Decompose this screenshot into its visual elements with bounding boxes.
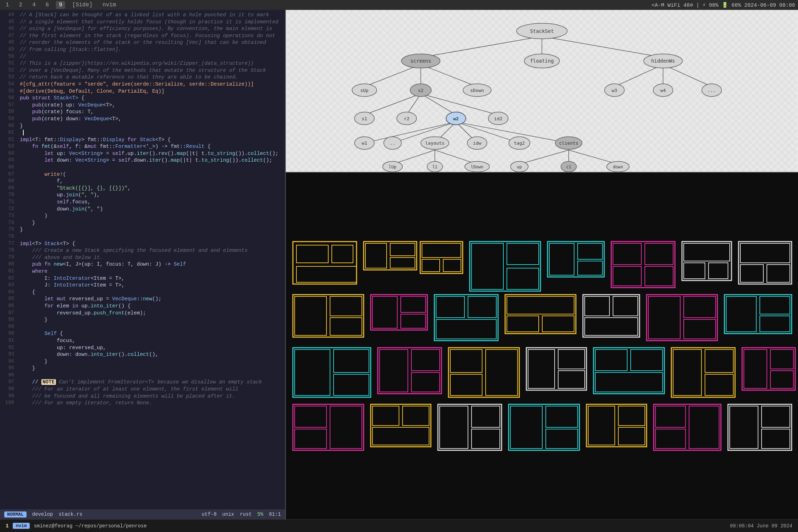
svg-text:up: up bbox=[517, 164, 522, 169]
tab-6[interactable]: 6 bbox=[43, 1, 52, 9]
code-line: // from calling [Stack::flatten]. bbox=[20, 46, 282, 53]
code-line: impl<T: fmt::Display> fmt::Display for S… bbox=[20, 136, 282, 143]
code-line: let down: Vec<String> = self.down.iter()… bbox=[20, 157, 282, 164]
svg-text:..: .. bbox=[390, 140, 395, 146]
code-line: pub struct Stack<T> { bbox=[20, 94, 282, 102]
svg-text:hiddenWs: hiddenWs bbox=[651, 58, 675, 64]
svg-text:sUp: sUp bbox=[360, 88, 369, 93]
svg-text:s1: s1 bbox=[362, 116, 367, 121]
code-line: up.join(", "), bbox=[20, 191, 282, 198]
status-left: NORMAL develop stack.rs bbox=[4, 511, 82, 517]
code-line: I: IntoIterator<Item = T>, bbox=[20, 275, 282, 282]
code-line: /// For an iterator of at least one elem… bbox=[20, 386, 282, 393]
tab-side[interactable]: [Side] bbox=[69, 1, 96, 9]
svg-text:w3: w3 bbox=[612, 88, 617, 93]
system-status: <A-M WiFi 48⊘ | ⚡ 98% 🔋 66% 2024-06-09 0… bbox=[652, 2, 795, 8]
svg-text:down: down bbox=[613, 164, 623, 169]
code-line: let up: Vec<String> = self.up.iter().rev… bbox=[20, 150, 282, 157]
code-line: /// For an empty iterator, return None. bbox=[20, 399, 282, 406]
workspace-number[interactable]: 1 bbox=[6, 523, 8, 529]
code-line: // a single element that currently holds… bbox=[20, 18, 282, 25]
system-info: <A-M WiFi 48⊘ | ⚡ 98% 🔋 66% 2024-06-09 0… bbox=[652, 2, 795, 8]
svg-text:sDown: sDown bbox=[470, 88, 484, 93]
code-line: Self { bbox=[20, 330, 282, 337]
code-line: pub fn new<I, J>(up: I, focus: T, down: … bbox=[20, 261, 282, 268]
code-line: // A [Stack] can be thought of as a link… bbox=[20, 11, 282, 18]
code-line: /// be focused and all remaining element… bbox=[20, 393, 282, 400]
code-line: impl<T> Stack<T> { bbox=[20, 240, 282, 247]
svg-text:tag2: tag2 bbox=[514, 140, 525, 146]
code-line: write!( bbox=[20, 171, 282, 178]
code-line: // This is a [zipper](https://en.wikiped… bbox=[20, 60, 282, 67]
code-line: { bbox=[20, 289, 282, 296]
code-line: pub(crate) down: VecDeque<T>, bbox=[20, 115, 282, 122]
code-line: // using a [VecDeque] for efficiency pur… bbox=[20, 25, 282, 32]
code-line bbox=[20, 323, 282, 330]
code-content: 4445464748 4950515253 5455565758 5960616… bbox=[0, 10, 285, 509]
code-line: } bbox=[20, 316, 282, 323]
editor-mode: NORMAL bbox=[4, 511, 27, 517]
svg-text:w2: w2 bbox=[453, 116, 459, 121]
svg-text:s2: s2 bbox=[418, 88, 424, 93]
code-line: focus, bbox=[20, 337, 282, 344]
code-line: } bbox=[20, 219, 282, 226]
tab-2[interactable]: 2 bbox=[16, 1, 25, 9]
code-line: pub(crate) up: VecDeque<T>, bbox=[20, 102, 282, 109]
svg-text:layouts: layouts bbox=[425, 140, 445, 146]
code-line: // reorder the elements of the stack or … bbox=[20, 39, 282, 46]
code-line: for elem in up.into_iter() { bbox=[20, 302, 282, 310]
code-line: down.join(", ") bbox=[20, 206, 282, 213]
code-line: ) bbox=[20, 212, 282, 219]
code-lines: // A [Stack] can be thought of as a link… bbox=[17, 10, 285, 509]
svg-text:w4: w4 bbox=[660, 88, 666, 93]
code-line: } bbox=[20, 358, 282, 365]
code-line: "Stack([{}], {}, [{}])", bbox=[20, 185, 282, 192]
line-ending: unix bbox=[222, 511, 234, 517]
code-line: f, bbox=[20, 178, 282, 185]
code-line: // return back a mutable reference so th… bbox=[20, 74, 282, 81]
code-line: reversed_up.push_front(elem); bbox=[20, 310, 282, 317]
taskbar: 1 nvim sminez@feorag ~/repos/personal/pe… bbox=[0, 519, 798, 532]
tab-nvim[interactable]: nvim bbox=[100, 1, 119, 9]
top-bar: 1 2 4 6 9 [Side] nvim <A-M WiFi 48⊘ | ⚡ … bbox=[0, 0, 798, 10]
tab-4[interactable]: 4 bbox=[29, 1, 39, 9]
status-right: utf-8 unix rust 5% 61:1 bbox=[202, 511, 281, 517]
tree-svg: StackSet screens floating hiddenWs sUp bbox=[286, 10, 798, 172]
svg-text:...: ... bbox=[707, 88, 716, 93]
code-line: // NOTE Can't implement FromIterator<T> … bbox=[20, 378, 282, 386]
main-area: 4445464748 4950515253 5455565758 5960616… bbox=[0, 10, 798, 519]
code-line: /// above and below it. bbox=[20, 254, 282, 261]
app-badge: nvim bbox=[13, 523, 29, 529]
cursor-position: 61:1 bbox=[269, 511, 281, 517]
code-line: // the first element in the stack (regar… bbox=[20, 32, 282, 39]
code-line bbox=[20, 233, 282, 240]
code-line: up: reversed_up, bbox=[20, 344, 282, 351]
tab-9[interactable]: 9 bbox=[56, 1, 65, 9]
tree-panel: StackSet screens floating hiddenWs sUp bbox=[286, 10, 798, 173]
tab-1[interactable]: 1 bbox=[3, 1, 12, 9]
code-line: } bbox=[20, 365, 282, 372]
code-line bbox=[20, 164, 282, 171]
svg-text:id2: id2 bbox=[494, 116, 502, 121]
svg-text:c1: c1 bbox=[566, 164, 571, 169]
clock: 08:06:04 bbox=[730, 523, 754, 529]
code-line: down: down.into_iter().collect(), bbox=[20, 351, 282, 358]
svg-text:clients: clients bbox=[559, 140, 578, 146]
code-line: pub(crate) focus: T, bbox=[20, 108, 282, 115]
file-type: rust bbox=[240, 511, 252, 517]
taskbar-right: 08:06:04 June 09 2024 bbox=[730, 523, 792, 529]
code-line: where bbox=[20, 268, 282, 275]
code-line bbox=[20, 372, 282, 379]
line-numbers: 4445464748 4950515253 5455565758 5960616… bbox=[0, 10, 17, 509]
file-encoding: utf-8 bbox=[202, 511, 216, 517]
code-line: #[derive(Debug, Default, Clone, PartialE… bbox=[20, 88, 282, 95]
calendar-date: June 09 2024 bbox=[757, 523, 792, 529]
git-branch: develop bbox=[32, 511, 53, 517]
code-line: let mut reversed_up = VecDeque::new(); bbox=[20, 295, 282, 302]
code-line: #[cfg_attr(feature = "serde", derive(ser… bbox=[20, 81, 282, 88]
code-line: // bbox=[20, 53, 282, 60]
editor-status-bar: NORMAL develop stack.rs utf-8 unix rust … bbox=[0, 509, 285, 519]
svg-text:lDown: lDown bbox=[471, 164, 484, 169]
current-file: stack.rs bbox=[59, 511, 82, 517]
tab-list: 1 2 4 6 9 [Side] nvim bbox=[3, 1, 119, 9]
